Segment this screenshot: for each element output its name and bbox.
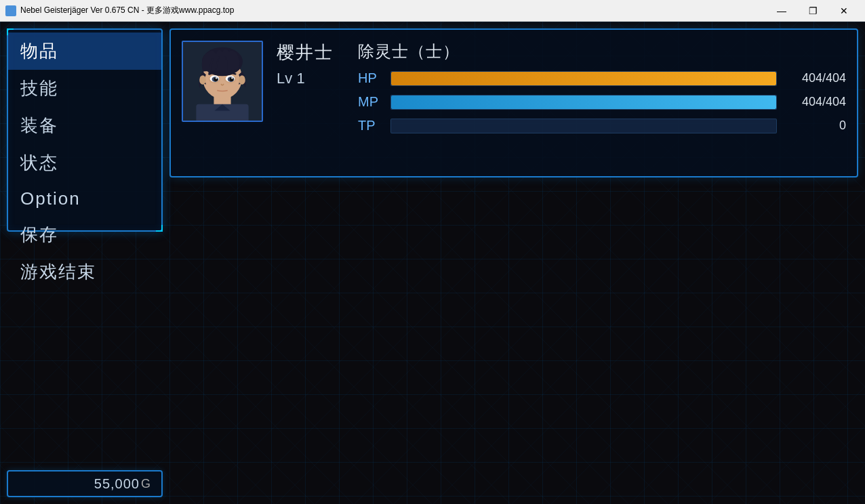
title-bar: Nebel Geisterjäger Ver 0.675 CN - 更多游戏ww… [0, 0, 865, 22]
menu-item-skills[interactable]: 技能 [8, 70, 161, 107]
stats-section: HP 404/404 MP 404/404 [358, 68, 846, 133]
hp-value: 404/404 [785, 71, 846, 85]
menu-item-status[interactable]: 状态 [8, 144, 161, 182]
title-bar-text: Nebel Geisterjäger Ver 0.675 CN - 更多游戏ww… [20, 5, 766, 16]
currency-bar: 55,000 G [7, 470, 163, 497]
menu-item-option[interactable]: Option [8, 182, 161, 216]
svg-point-7 [239, 75, 245, 85]
tp-row: TP 0 [358, 118, 846, 133]
svg-point-17 [231, 77, 233, 79]
minimize-button[interactable]: — [766, 0, 797, 22]
char-name: 樱井士 [277, 41, 344, 64]
close-button[interactable]: ✕ [828, 0, 860, 22]
svg-point-6 [199, 75, 206, 85]
currency-unit: G [141, 477, 150, 491]
mp-value: 404/404 [785, 95, 846, 109]
menu-item-save[interactable]: 保存 [8, 216, 161, 253]
svg-point-16 [216, 77, 218, 79]
currency-amount: 55,000 [94, 476, 140, 492]
mp-label: MP [358, 94, 382, 110]
mp-bar [391, 96, 776, 109]
char-avatar [182, 41, 263, 122]
level-label: Lv [277, 70, 292, 87]
char-info: 樱井士 Lv 1 [277, 41, 344, 87]
stats-wrapper: 除灵士（士） HP 404/404 MP [358, 41, 846, 133]
menu-item-equip[interactable]: 装备 [8, 107, 161, 144]
window-controls: — ❐ ✕ [766, 0, 860, 22]
menu-item-items[interactable]: 物品 [8, 33, 161, 70]
menu-item-quit[interactable]: 游戏结束 [8, 253, 161, 291]
mp-row: MP 404/404 [358, 94, 846, 110]
game-window: 物品 技能 装备 状态 Option 保存 游戏结束 55,000 G [0, 22, 865, 504]
level-value: 1 [296, 70, 304, 87]
char-panel: 樱井士 Lv 1 除灵士（士） HP 404/404 [169, 28, 858, 177]
menu-panel: 物品 技能 装备 状态 Option 保存 游戏结束 [7, 28, 163, 232]
char-avatar-image [183, 42, 262, 121]
tp-value: 0 [785, 119, 846, 133]
char-class: 除灵士（士） [358, 41, 846, 62]
tp-bar-container [390, 119, 777, 133]
restore-button[interactable]: ❐ [797, 0, 828, 22]
hp-row: HP 404/404 [358, 70, 846, 86]
mp-bar-container [390, 95, 777, 110]
tp-label: TP [358, 118, 382, 133]
hp-bar-container [390, 71, 777, 86]
char-level: Lv 1 [277, 70, 344, 87]
app-icon [5, 5, 16, 16]
hp-bar [391, 72, 776, 85]
hp-label: HP [358, 70, 382, 86]
